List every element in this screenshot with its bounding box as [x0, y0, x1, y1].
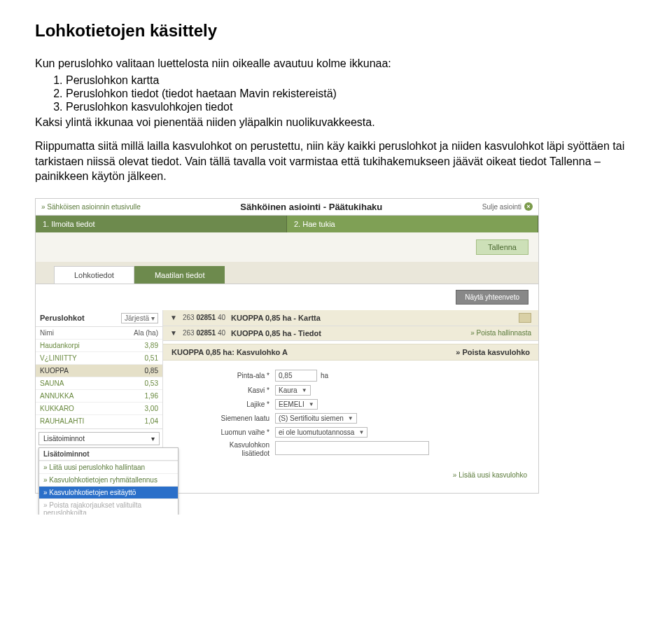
list-item: Peruslohkon tiedot (tiedot haetaan Mavin…	[66, 88, 637, 100]
chevron-down-icon: ▾	[151, 314, 155, 322]
parcel-area: 3,00	[145, 405, 158, 412]
label-lajike: Lajike *	[191, 400, 275, 408]
col-name: Nimi	[40, 329, 54, 337]
parcel-id: 263 02851 40	[183, 314, 225, 321]
sidebar-row[interactable]: KUOPPA0,85	[36, 364, 162, 377]
select-luomun-vaihe[interactable]: ei ole luomutuotannossa ▼	[275, 427, 368, 438]
chevron-down-icon: ▼	[358, 429, 364, 435]
actions-dropdown-button[interactable]: Lisätoiminnot ▾	[38, 432, 160, 445]
sidebar-columns: Nimi Ala (ha)	[36, 327, 162, 339]
select-value: ei ole luomutuotannossa	[279, 428, 354, 436]
sub-tabs: Lohkotiedot Maatilan tiedot	[36, 262, 538, 284]
label-siemenen-laatu: Siemenen laatu	[191, 414, 275, 422]
parcel-area: 0,53	[145, 379, 158, 387]
dropdown-item[interactable]: » Kasvulohkotietojen ryhmätallennus	[39, 473, 178, 486]
parcel-bar-kartta[interactable]: ▼ 263 02851 40 KUOPPA 0,85 ha - Kartta	[163, 310, 538, 326]
app-title: Sähköinen asiointi - Päätukihaku	[141, 202, 482, 212]
dropdown-item[interactable]: » Liitä uusi peruslohko hallintaan	[39, 461, 178, 473]
sidebar-header: Peruslohkot Järjestä ▾	[36, 310, 162, 327]
expand-icon[interactable]	[519, 313, 531, 323]
input-lisatiedot[interactable]	[275, 441, 429, 455]
chevron-down-icon: ▼	[170, 314, 177, 321]
step-tabs: 1. Ilmoita tiedot 2. Hae tukia	[36, 216, 538, 232]
sidebar-row[interactable]: V¿LINIITTY0,51	[36, 351, 162, 364]
select-value: (S) Sertifioitu siemen	[279, 414, 344, 422]
sort-button[interactable]: Järjestä ▾	[121, 313, 158, 323]
remove-subparcel-link[interactable]: » Poista kasvulohko	[456, 348, 530, 356]
chevron-down-icon: ▼	[302, 387, 307, 393]
parcel-name: RAUHALAHTI	[40, 417, 84, 425]
chevron-down-icon: ▼	[309, 401, 314, 407]
parcel-area: 0,51	[145, 354, 158, 362]
show-summary-button[interactable]: Näytä yhteenveto	[456, 290, 528, 305]
actions-label: Lisätoiminnot	[43, 435, 85, 442]
parcel-name: SAUNA	[40, 379, 64, 387]
sort-label: Järjestä	[125, 314, 149, 322]
input-pinta-ala[interactable]: 0,85	[275, 370, 317, 382]
dropdown-item[interactable]: » Kasvulohkotietojen esitäyttö	[39, 486, 178, 498]
sidebar-row[interactable]: KUKKARO3,00	[36, 402, 162, 414]
sidebar: Peruslohkot Järjestä ▾ Nimi Ala (ha) Hau…	[36, 310, 163, 448]
close-label: Sulje asiointi	[482, 203, 522, 211]
parcel-label: KUOPPA 0,85 ha - Kartta	[231, 314, 513, 322]
main-panel: ▼ 263 02851 40 KUOPPA 0,85 ha - Kartta ▼…	[163, 310, 538, 493]
unit-ha: ha	[321, 372, 328, 379]
subparcel-header: KUOPPA 0,85 ha: Kasvulohko A » Poista ka…	[163, 344, 538, 361]
parcel-area: 1,04	[145, 417, 158, 425]
content-body: Peruslohkot Järjestä ▾ Nimi Ala (ha) Hau…	[36, 310, 538, 493]
chevron-down-icon: ▾	[151, 435, 155, 442]
select-kasvi[interactable]: Kaura ▼	[275, 385, 311, 396]
parcel-label: KUOPPA 0,85 ha - Tiedot	[231, 329, 465, 337]
tab-step-1[interactable]: 1. Ilmoita tiedot	[36, 216, 287, 232]
parcel-name: KUKKARO	[40, 405, 74, 412]
subparcel-title: KUOPPA 0,85 ha: Kasvulohko A	[172, 348, 288, 356]
sidebar-title: Peruslohkot	[40, 314, 85, 322]
parcel-name: Haudankorpi	[40, 342, 80, 349]
select-value: EEMELI	[279, 400, 304, 408]
dropdown-header: Lisätoiminnot	[39, 448, 178, 461]
list-item: Peruslohkon kartta	[66, 74, 637, 87]
select-siemenen-laatu[interactable]: (S) Sertifioitu siemen ▼	[275, 413, 357, 424]
parcel-name: V¿LINIITTY	[40, 354, 77, 362]
label-pinta-ala: Pinta-ala *	[191, 372, 275, 379]
dropdown-item: » Poista rajakorjaukset valituilta perus…	[39, 498, 178, 515]
add-subparcel-link[interactable]: » Lisää uusi kasvulohko	[163, 467, 538, 483]
sidebar-row[interactable]: RAUHALAHTI1,04	[36, 414, 162, 427]
tab-step-2[interactable]: 2. Hae tukia	[287, 216, 538, 232]
back-link[interactable]: » Sähköisen asioinnin etusivulle	[41, 203, 141, 211]
doc-title: Lohkotietojen käsittely	[35, 21, 637, 41]
body-paragraph: Riippumatta siitä millä lailla kasvulohk…	[35, 139, 637, 184]
intro-text: Kun peruslohko valitaan luettelosta niin…	[35, 57, 637, 70]
row-pinta-ala: Pinta-ala * 0,85 ha	[191, 370, 531, 382]
subparcel-form: Pinta-ala * 0,85 ha Kasvi * Kaura ▼ Laji…	[163, 361, 538, 467]
save-row: Tallenna	[36, 232, 538, 262]
chevron-down-icon: ▼	[348, 415, 354, 421]
row-siemenen-laatu: Siemenen laatu (S) Sertifioitu siemen ▼	[191, 413, 531, 424]
parcel-area: 0,85	[145, 367, 158, 375]
sidebar-row[interactable]: ANNUKKA1,96	[36, 389, 162, 402]
sidebar-row[interactable]: Haudankorpi3,89	[36, 339, 162, 351]
subtab-lohkotiedot[interactable]: Lohkotiedot	[54, 266, 134, 284]
sidebar-row[interactable]: SAUNA0,53	[36, 377, 162, 389]
row-lajike: Lajike * EEMELI ▼	[191, 399, 531, 410]
actions-dropdown-menu: Lisätoiminnot » Liitä uusi peruslohko ha…	[38, 447, 178, 515]
select-value: Kaura	[279, 386, 298, 394]
parcel-area: 1,96	[145, 392, 158, 400]
label-lisatiedot: Kasvulohkonlisätiedot	[191, 441, 275, 458]
close-icon[interactable]: ×	[524, 202, 533, 211]
parcel-area: 3,89	[145, 342, 158, 349]
save-button[interactable]: Tallenna	[476, 239, 528, 255]
remove-from-control-link[interactable]: » Poista hallinnasta	[470, 329, 531, 337]
chevron-down-icon: ▼	[170, 329, 177, 337]
app-screenshot: » Sähköisen asioinnin etusivulle Sähköin…	[35, 198, 539, 494]
subtab-maatilan[interactable]: Maatilan tiedot	[134, 266, 225, 284]
label-kasvi: Kasvi *	[191, 386, 275, 394]
parcel-bar-tiedot[interactable]: ▼ 263 02851 40 KUOPPA 0,85 ha - Tiedot »…	[163, 326, 538, 341]
row-luomun-vaihe: Luomun vaihe * ei ole luomutuotannossa ▼	[191, 427, 531, 438]
intro-text-2: Kaksi ylintä ikkunaa voi pienentää niide…	[35, 116, 637, 129]
select-lajike[interactable]: EEMELI ▼	[275, 399, 318, 410]
app-header: » Sähköisen asioinnin etusivulle Sähköin…	[36, 199, 538, 216]
close-session[interactable]: Sulje asiointi ×	[482, 202, 533, 211]
parcel-id: 263 02851 40	[183, 329, 225, 337]
numbered-list: Peruslohkon kartta Peruslohkon tiedot (t…	[66, 74, 637, 113]
